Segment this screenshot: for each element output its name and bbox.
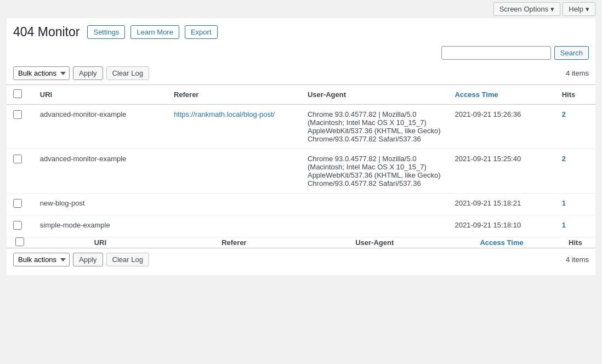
col-access-time[interactable]: Access Time	[448, 85, 555, 105]
row-referer: https://rankmath.local/blog-post/	[167, 105, 301, 149]
col-uri: URI	[33, 85, 167, 105]
footer-col-referer: Referer	[167, 237, 301, 248]
clear-log-button-bottom[interactable]: Clear Log	[106, 253, 149, 266]
hits-link[interactable]: 1	[562, 221, 566, 229]
row-uri: new-blog-post	[33, 194, 167, 215]
row-referer	[167, 215, 301, 237]
row-uri: simple-mode-example	[33, 215, 167, 237]
row-hits: 1	[555, 215, 595, 237]
page-title: 404 Monitor	[13, 25, 79, 39]
settings-button[interactable]: Settings	[87, 25, 125, 39]
page-header: 404 Monitor Settings Learn More Export	[7, 25, 595, 46]
search-input[interactable]	[441, 46, 551, 60]
help-button[interactable]: Help ▾	[563, 2, 595, 16]
page-wrapper: Screen Options ▾ Help ▾ 404 Monitor Sett…	[0, 0, 602, 364]
bulk-actions-select[interactable]: Bulk actions	[13, 66, 70, 80]
bottom-tablenav-left: Bulk actions Apply Clear Log	[13, 253, 149, 266]
col-user-agent: User-Agent	[301, 85, 448, 105]
row-access-time: 2021-09-21 15:25:40	[448, 149, 555, 194]
clear-log-label: Clear Log	[112, 69, 143, 77]
items-count-top: 4 items	[566, 69, 589, 77]
col-hits: Hits	[555, 85, 595, 105]
hits-link[interactable]: 1	[562, 199, 566, 207]
screen-options-button[interactable]: Screen Options ▾	[493, 2, 561, 16]
row-access-time: 2021-09-21 15:26:36	[448, 105, 555, 149]
row-user-agent: Chrome 93.0.4577.82 | Mozilla/5.0 (Macin…	[301, 105, 448, 149]
row-hits: 2	[555, 105, 595, 149]
row-hits: 2	[555, 149, 595, 194]
table-header-row: URI Referer User-Agent Access Time Hits	[7, 85, 595, 105]
footer-col-access-time[interactable]: Access Time	[448, 237, 555, 248]
row-referer	[167, 194, 301, 215]
table-body: advanced-monitor-examplehttps://rankmath…	[7, 105, 595, 237]
apply-button-bottom[interactable]: Apply	[73, 253, 103, 266]
search-label: Search	[560, 49, 583, 57]
tablenav-left: Bulk actions Apply Clear Log	[13, 66, 149, 80]
items-count-bottom: 4 items	[566, 255, 589, 264]
apply-button-top[interactable]: Apply	[73, 66, 103, 80]
col-referer: Referer	[167, 85, 301, 105]
row-hits: 1	[555, 194, 595, 215]
top-tablenav: Bulk actions Apply Clear Log 4 items	[7, 64, 595, 84]
apply-label-bottom: Apply	[79, 255, 97, 264]
row-checkbox[interactable]	[13, 221, 22, 230]
select-all-checkbox-bottom[interactable]	[15, 237, 24, 246]
footer-col-user-agent: User-Agent	[301, 237, 448, 248]
screen-options-label: Screen Options	[499, 5, 549, 13]
row-user-agent: Chrome 93.0.4577.82 | Mozilla/5.0 (Macin…	[301, 149, 448, 194]
footer-col-uri: URI	[33, 237, 167, 248]
row-user-agent	[301, 215, 448, 237]
row-checkbox[interactable]	[13, 110, 22, 119]
apply-label: Apply	[79, 69, 97, 77]
row-referer	[167, 149, 301, 194]
footer-col-hits: Hits	[555, 237, 595, 248]
bottom-tablenav: Bulk actions Apply Clear Log 4 items	[7, 248, 595, 269]
select-all-checkbox[interactable]	[13, 89, 22, 98]
search-area: Search	[7, 46, 595, 64]
learn-more-button[interactable]: Learn More	[130, 25, 179, 39]
row-access-time: 2021-09-21 15:18:10	[448, 215, 555, 237]
monitor-table: URI Referer User-Agent Access Time Hits …	[7, 84, 595, 248]
row-uri: advanced-monitor-example	[33, 149, 167, 194]
table-row: advanced-monitor-examplehttps://rankmath…	[7, 105, 595, 149]
select-all-header	[7, 85, 33, 105]
select-all-footer	[7, 237, 33, 248]
table-row: simple-mode-example2021-09-21 15:18:101	[7, 215, 595, 237]
hits-link[interactable]: 2	[562, 110, 566, 118]
referer-link[interactable]: https://rankmath.local/blog-post/	[174, 110, 275, 118]
hits-link[interactable]: 2	[562, 155, 566, 163]
export-button[interactable]: Export	[185, 25, 218, 39]
table-row: new-blog-post2021-09-21 15:18:211	[7, 194, 595, 215]
search-button[interactable]: Search	[554, 46, 589, 60]
row-checkbox[interactable]	[13, 199, 22, 208]
table-row: advanced-monitor-exampleChrome 93.0.4577…	[7, 149, 595, 194]
row-access-time: 2021-09-21 15:18:21	[448, 194, 555, 215]
bulk-actions-select-bottom[interactable]: Bulk actions	[13, 253, 70, 266]
row-user-agent	[301, 194, 448, 215]
row-uri: advanced-monitor-example	[33, 105, 167, 149]
table-footer-row: URI Referer User-Agent Access Time Hits	[7, 237, 595, 248]
row-checkbox[interactable]	[13, 155, 22, 163]
chevron-down-icon: ▾	[550, 5, 554, 13]
top-bar: Screen Options ▾ Help ▾	[0, 0, 602, 18]
clear-log-label-bottom: Clear Log	[112, 255, 143, 264]
chevron-down-icon: ▾	[586, 5, 589, 13]
help-label: Help	[569, 5, 583, 13]
content-area: 404 Monitor Settings Learn More Export S…	[7, 18, 595, 275]
clear-log-button-top[interactable]: Clear Log	[106, 66, 149, 80]
